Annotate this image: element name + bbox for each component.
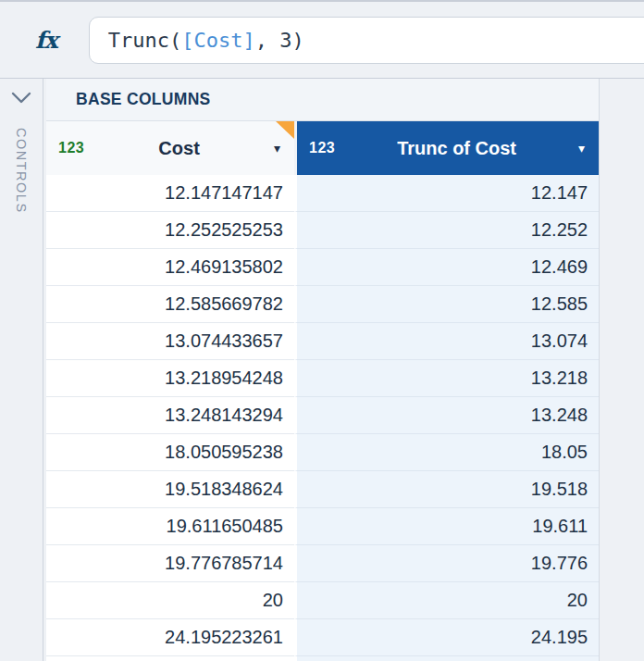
controls-panel-label[interactable]: CONTROLS [14, 128, 29, 214]
table-row: 12.469135802 12.469 [46, 249, 599, 286]
cell-cost[interactable]: 19.776785714 [46, 545, 294, 582]
cell-trunc[interactable]: 13.074 [294, 323, 599, 360]
cell-cost[interactable]: 13.074433657 [46, 323, 294, 360]
table-row: 13.248143294 13.248 [46, 397, 599, 434]
column-menu-arrow-icon[interactable]: ▾ [274, 142, 294, 155]
column-header-trunc-of-cost[interactable]: 123 Trunc of Cost ▾ [294, 121, 599, 175]
cell-trunc[interactable]: 12.252 [294, 212, 599, 249]
cell-trunc[interactable]: 18.05 [294, 434, 599, 471]
cell-trunc[interactable]: 13.248 [294, 397, 599, 434]
cell-cost[interactable]: 12.252525253 [46, 212, 294, 249]
table-row: 12.147147147 12.147 [46, 175, 599, 212]
cell-cost[interactable]: 13.218954248 [46, 360, 294, 397]
cell-cost[interactable]: 19.518348624 [46, 471, 294, 508]
cell-trunc[interactable]: 19.518 [294, 471, 599, 508]
cell-cost[interactable]: 12.585669782 [46, 286, 294, 323]
cell-trunc[interactable]: 20 [294, 582, 599, 619]
formula-token-column-ref: [Cost] [181, 29, 254, 52]
cell-trunc[interactable]: 19.776 [294, 545, 599, 582]
content-area: BASE COLUMNS 123 Cost ▾ 123 Trunc of Cos… [43, 79, 644, 661]
cell-trunc[interactable]: 12.469 [294, 249, 599, 286]
cell-cost[interactable]: 19.611650485 [46, 508, 294, 545]
panel-title: BASE COLUMNS [46, 79, 599, 121]
cell-cost[interactable]: 13.248143294 [46, 397, 294, 434]
cell-cost[interactable]: 12.469135802 [46, 249, 294, 286]
column-label: Trunc of Cost [335, 138, 578, 159]
cell-cost[interactable]: 20 [46, 582, 294, 619]
formula-token-args: , 3) [255, 29, 304, 52]
table-row: 19.611650485 19.611 [46, 508, 599, 545]
cell-cost[interactable] [46, 656, 294, 661]
column-header-cost[interactable]: 123 Cost ▾ [46, 121, 294, 175]
table-row: 18.050595238 18.05 [46, 434, 599, 471]
table-row [46, 656, 599, 661]
formula-bar: fx Trunc([Cost], 3) [0, 0, 644, 79]
table-row: 12.585669782 12.585 [46, 286, 599, 323]
main-area: CONTROLS BASE COLUMNS 123 Cost ▾ 123 Tru… [0, 79, 644, 661]
cell-trunc[interactable]: 24.195 [294, 619, 599, 656]
cell-cost[interactable]: 12.147147147 [46, 175, 294, 212]
cell-trunc[interactable]: 19.611 [294, 508, 599, 545]
cell-cost[interactable]: 18.050595238 [46, 434, 294, 471]
table-body: 12.147147147 12.147 12.252525253 12.252 … [46, 175, 599, 661]
cell-trunc[interactable] [294, 656, 599, 661]
column-label: Cost [84, 138, 274, 159]
table-row: 13.218954248 13.218 [46, 360, 599, 397]
selected-column-marker [276, 121, 294, 139]
table-row: 12.252525253 12.252 [46, 212, 599, 249]
table-row: 19.518348624 19.518 [46, 471, 599, 508]
number-type-icon: 123 [297, 140, 335, 156]
number-type-icon: 123 [46, 140, 84, 156]
table-row: 19.776785714 19.776 [46, 545, 599, 582]
formula-input[interactable]: Trunc([Cost], 3) [89, 17, 644, 64]
cell-trunc[interactable]: 12.585 [294, 286, 599, 323]
table-row: 24.195223261 24.195 [46, 619, 599, 656]
base-columns-panel: BASE COLUMNS 123 Cost ▾ 123 Trunc of Cos… [46, 79, 600, 661]
cell-trunc[interactable]: 13.218 [294, 360, 599, 397]
column-header-row: 123 Cost ▾ 123 Trunc of Cost ▾ [46, 121, 599, 175]
table-row: 13.074433657 13.074 [46, 323, 599, 360]
fx-icon: fx [35, 27, 57, 54]
column-menu-arrow-icon[interactable]: ▾ [578, 142, 599, 155]
formula-token-function: Trunc( [108, 29, 181, 52]
controls-sidebar: CONTROLS [0, 79, 43, 661]
table-row: 20 20 [46, 582, 599, 619]
cell-cost[interactable]: 24.195223261 [46, 619, 294, 656]
cell-trunc[interactable]: 12.147 [294, 175, 599, 212]
chevron-down-icon[interactable] [11, 91, 31, 107]
